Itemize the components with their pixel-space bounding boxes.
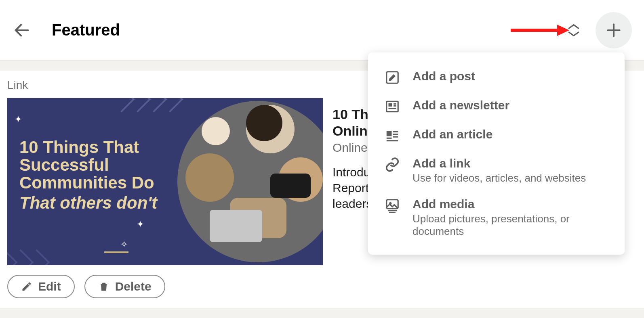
media-icon xyxy=(384,197,400,213)
thumbnail-line2: That others don't xyxy=(19,194,177,212)
add-newsletter-item[interactable]: Add a newsletter xyxy=(368,92,625,121)
dd-title: Add a newsletter xyxy=(412,98,608,112)
link-icon xyxy=(384,157,400,173)
annotation-arrow-icon xyxy=(509,22,569,38)
decor-chevrons-top xyxy=(112,98,177,110)
thumbnail-photo-circle xyxy=(177,101,323,262)
page-title: Featured xyxy=(52,21,120,39)
header-actions xyxy=(564,12,632,48)
svg-rect-11 xyxy=(387,131,392,136)
svg-rect-13 xyxy=(393,134,398,135)
pencil-icon xyxy=(21,281,32,292)
add-menu-dropdown: Add a post Add a newsletter Add an artic… xyxy=(368,52,625,255)
dd-title: Add a link xyxy=(412,157,608,170)
add-post-item[interactable]: Add a post xyxy=(368,63,625,92)
add-link-item[interactable]: Add a link Use for videos, articles, and… xyxy=(368,150,625,191)
decor-chevrons-bottom xyxy=(7,253,44,265)
delete-button-label: Delete xyxy=(115,280,152,293)
svg-rect-14 xyxy=(393,136,398,138)
reorder-button[interactable] xyxy=(564,21,583,40)
svg-rect-15 xyxy=(387,138,392,139)
dd-title: Add an article xyxy=(412,128,608,141)
item-actions: Edit Delete xyxy=(7,275,637,298)
delete-button[interactable]: Delete xyxy=(84,275,165,298)
edit-button[interactable]: Edit xyxy=(7,275,75,298)
dd-title: Add a post xyxy=(412,69,608,83)
thumbnail-line1: 10 Things That Successful Communities Do xyxy=(19,138,177,192)
add-media-item[interactable]: Add media Upload pictures, presentations… xyxy=(368,191,625,244)
dd-subtitle: Upload pictures, presentations, or docum… xyxy=(412,213,608,238)
svg-rect-7 xyxy=(389,103,393,107)
trash-icon xyxy=(98,281,109,292)
decor-underline xyxy=(104,251,128,253)
sparkle-icon: ✦ xyxy=(15,114,22,125)
newsletter-icon xyxy=(384,98,400,115)
sparkle-icon: ✧ xyxy=(120,239,128,250)
sparkle-icon: ✦ xyxy=(137,219,144,230)
reorder-icon xyxy=(566,22,582,38)
add-button[interactable] xyxy=(596,12,632,48)
dd-subtitle: Use for videos, articles, and websites xyxy=(412,172,608,184)
article-icon xyxy=(384,128,400,144)
add-article-item[interactable]: Add an article xyxy=(368,121,625,150)
svg-rect-12 xyxy=(393,131,398,132)
thumbnail-text: 10 Things That Successful Communities Do… xyxy=(19,138,177,212)
svg-rect-16 xyxy=(387,140,398,141)
dd-title: Add media xyxy=(412,197,608,211)
edit-button-label: Edit xyxy=(38,280,61,293)
edit-square-icon xyxy=(384,69,400,86)
item-thumbnail[interactable]: ✦ ✦ ✧ 10 Things That Successful Communit… xyxy=(7,98,323,265)
header-bar: Featured xyxy=(0,0,644,61)
plus-icon xyxy=(605,21,623,39)
arrow-left-icon xyxy=(13,21,31,40)
back-button[interactable] xyxy=(12,21,32,40)
